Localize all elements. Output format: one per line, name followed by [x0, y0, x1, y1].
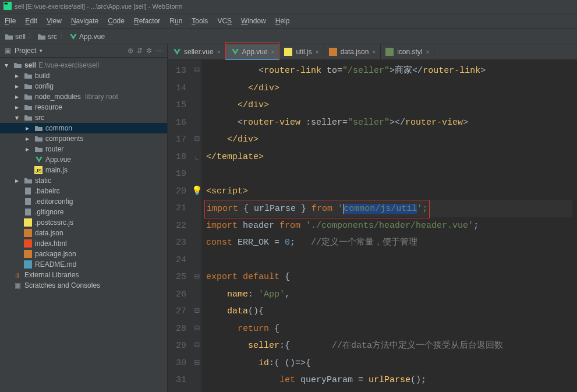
tree-node-scratches[interactable]: ▣Scratches and Consoles: [0, 280, 167, 291]
vue-icon: [172, 48, 180, 56]
code-editor[interactable]: 13141516171819202122232425262728293031 ⊟…: [168, 60, 577, 392]
fold-gutter: ⊟⊟⌞ 💡 ⊟⊟⊟⊟⊟: [192, 60, 201, 392]
tree-node-components[interactable]: ▸components: [0, 133, 167, 144]
close-icon[interactable]: ×: [316, 49, 319, 55]
svg-rect-7: [24, 218, 32, 227]
svg-rect-1: [5, 3, 8, 5]
tab-label: data.json: [341, 48, 369, 56]
breadcrumb[interactable]: sell 〉 src 〉 App.vue: [5, 31, 105, 41]
js-icon: [284, 48, 292, 56]
svg-rect-12: [284, 48, 292, 56]
tree-node-sell[interactable]: ▾ sellE:\vue-exercise\sell: [0, 60, 167, 70]
tab-app[interactable]: App.vue ×: [226, 44, 280, 59]
sidebar-header: ▣ Project ▼ ⊕ ⇵ ✼ —: [0, 44, 167, 58]
collapse-icon[interactable]: ⇵: [137, 47, 143, 55]
code-content[interactable]: <router-link to="/seller">商家</router-lin…: [201, 60, 577, 392]
menu-navigate[interactable]: Navigate: [66, 15, 103, 27]
app-icon: [3, 2, 12, 11]
svg-rect-14: [385, 48, 394, 56]
menu-refactor[interactable]: Refactor: [129, 15, 165, 27]
project-dropdown[interactable]: Project ▼: [15, 47, 124, 55]
menu-view[interactable]: View: [42, 15, 66, 27]
tab-icon[interactable]: icon.styl ×: [381, 44, 434, 59]
tree-node-node-modules[interactable]: ▸node_modules library root: [0, 91, 167, 102]
menu-run[interactable]: Run: [165, 15, 187, 27]
error-highlight: import { urlParse } from 'common/js/util…: [204, 200, 430, 218]
folder-icon: [13, 61, 22, 69]
svg-rect-10: [24, 250, 32, 258]
menubar: File Edit View Navigate Code Refactor Ru…: [0, 13, 577, 29]
menu-edit[interactable]: Edit: [20, 15, 42, 27]
close-icon[interactable]: ×: [217, 49, 221, 55]
tree-node-external-libraries[interactable]: ⫼External Libraries: [0, 270, 167, 280]
svg-rect-11: [24, 260, 32, 269]
menu-tools[interactable]: Tools: [187, 15, 213, 27]
tab-data[interactable]: data.json ×: [324, 44, 381, 59]
editor-area: seller.vue × App.vue × util.js × data.js…: [168, 44, 577, 392]
menu-vcs[interactable]: VCS: [213, 15, 236, 27]
scratch-icon: ▣: [13, 281, 22, 289]
menu-help[interactable]: Help: [271, 15, 295, 27]
tree-node-readme[interactable]: README.md: [0, 259, 167, 270]
tab-label: App.vue: [242, 48, 268, 56]
tab-util[interactable]: util.js ×: [279, 44, 324, 59]
sidebar-toggle-icon[interactable]: ▣: [5, 47, 11, 55]
vue-icon: [231, 48, 239, 56]
json-icon: [23, 229, 33, 237]
folder-icon: [5, 33, 13, 41]
menu-window[interactable]: Window: [236, 15, 271, 27]
tab-label: seller.vue: [184, 48, 214, 56]
hide-icon[interactable]: —: [155, 47, 162, 55]
project-tree: ▾ sellE:\vue-exercise\sell ▸build ▸confi…: [0, 58, 167, 392]
tree-node-gitignore[interactable]: .gitignore: [0, 207, 167, 217]
svg-rect-8: [24, 229, 32, 237]
tree-node-static[interactable]: ▸static: [0, 175, 167, 186]
vue-icon: [34, 156, 43, 164]
svg-rect-13: [329, 48, 337, 56]
tree-node-datajson[interactable]: data.json: [0, 228, 167, 238]
tree-node-router[interactable]: ▸router: [0, 144, 167, 154]
project-sidebar: ▣ Project ▼ ⊕ ⇵ ✼ — ▾ sellE:\vue-exercis…: [0, 44, 168, 392]
vue-icon: [69, 33, 77, 41]
tree-node-appvue[interactable]: App.vue: [0, 154, 167, 165]
styl-icon: [385, 48, 394, 56]
tree-node-src[interactable]: ▾src: [0, 112, 167, 123]
close-icon[interactable]: ×: [372, 49, 376, 55]
json-icon: [329, 48, 337, 56]
svg-rect-4: [25, 188, 31, 195]
tree-node-babelrc[interactable]: .babelrc: [0, 186, 167, 196]
bulb-icon[interactable]: 💡: [192, 183, 203, 200]
project-label-text: Project: [15, 47, 36, 55]
library-icon: ⫼: [13, 271, 22, 279]
tree-node-build[interactable]: ▸build: [0, 70, 167, 81]
svg-text:JS: JS: [36, 168, 42, 174]
target-icon[interactable]: ⊕: [128, 47, 133, 55]
file-icon: [23, 187, 33, 195]
tree-node-mainjs[interactable]: JSmain.js: [0, 165, 167, 175]
tab-label: util.js: [296, 48, 311, 56]
tree-node-editorconfig[interactable]: .editorconfig: [0, 196, 167, 207]
tree-node-resource[interactable]: ▸resource: [0, 102, 167, 112]
close-icon[interactable]: ×: [271, 49, 275, 55]
tab-label: icon.styl: [397, 48, 422, 56]
breadcrumb-sep: 〉: [28, 31, 35, 41]
tree-node-packagejson[interactable]: package.json: [0, 249, 167, 259]
chevron-down-icon: ▾: [5, 61, 10, 69]
close-icon[interactable]: ×: [426, 49, 430, 55]
tree-node-common[interactable]: ▸common: [0, 123, 167, 133]
menu-code[interactable]: Code: [103, 15, 129, 27]
tab-seller[interactable]: seller.vue ×: [168, 44, 226, 59]
tree-node-indexhtml[interactable]: index.html: [0, 238, 167, 249]
breadcrumb-folder: src: [48, 33, 57, 41]
tree-label: build: [35, 72, 165, 80]
tree-node-config[interactable]: ▸config: [0, 81, 167, 91]
titlebar: sell [E:\vue-exercise\sell] - ...\src\Ap…: [0, 0, 577, 13]
svg-rect-6: [25, 209, 31, 216]
gear-icon[interactable]: ✼: [146, 47, 152, 55]
folder-icon: [23, 72, 33, 80]
js-icon: [23, 218, 33, 227]
tree-node-postcssrc[interactable]: .postcssrc.js: [0, 217, 167, 228]
breadcrumb-sep: 〉: [59, 31, 66, 41]
folder-icon: [37, 33, 45, 41]
menu-file[interactable]: File: [0, 15, 20, 27]
